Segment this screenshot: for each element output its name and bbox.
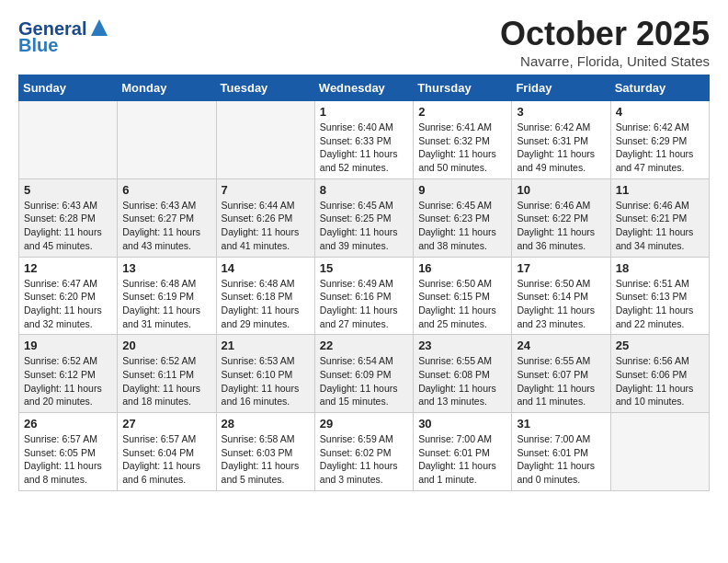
title-block: October 2025 Navarre, Florida, United St… [500, 15, 710, 69]
calendar-cell [118, 101, 216, 179]
calendar-cell: 28Sunrise: 6:58 AM Sunset: 6:03 PM Dayli… [216, 413, 314, 491]
weekday-header: Tuesday [216, 75, 314, 101]
day-number: 10 [517, 183, 605, 197]
day-info: Sunrise: 6:59 AM Sunset: 6:02 PM Dayligh… [320, 432, 408, 487]
day-info: Sunrise: 7:00 AM Sunset: 6:01 PM Dayligh… [418, 432, 506, 487]
month-title: October 2025 [500, 15, 710, 53]
calendar-cell: 10Sunrise: 6:46 AM Sunset: 6:22 PM Dayli… [512, 178, 610, 257]
day-info: Sunrise: 6:44 AM Sunset: 6:26 PM Dayligh… [222, 199, 310, 253]
logo-blue-text: Blue [18, 35, 58, 55]
svg-marker-0 [91, 19, 108, 36]
location: Navarre, Florida, United States [500, 53, 710, 69]
weekday-header: Wednesday [314, 75, 413, 101]
calendar-cell: 14Sunrise: 6:48 AM Sunset: 6:18 PM Dayli… [216, 257, 314, 335]
day-info: Sunrise: 6:54 AM Sunset: 6:09 PM Dayligh… [320, 354, 408, 408]
calendar-cell: 12Sunrise: 6:47 AM Sunset: 6:20 PM Dayli… [19, 257, 118, 335]
day-number: 22 [320, 339, 408, 352]
calendar-cell: 8Sunrise: 6:45 AM Sunset: 6:25 PM Daylig… [314, 178, 413, 257]
day-number: 24 [517, 339, 605, 352]
day-info: Sunrise: 6:46 AM Sunset: 6:22 PM Dayligh… [517, 199, 605, 253]
calendar-cell: 22Sunrise: 6:54 AM Sunset: 6:09 PM Dayli… [314, 335, 413, 413]
calendar-cell [216, 101, 314, 179]
calendar-cell: 29Sunrise: 6:59 AM Sunset: 6:02 PM Dayli… [314, 413, 413, 491]
day-info: Sunrise: 6:49 AM Sunset: 6:16 PM Dayligh… [320, 277, 408, 331]
calendar-cell: 24Sunrise: 6:55 AM Sunset: 6:07 PM Dayli… [512, 335, 610, 413]
day-number: 25 [616, 339, 704, 352]
weekday-header: Friday [512, 75, 610, 101]
day-info: Sunrise: 6:43 AM Sunset: 6:27 PM Dayligh… [122, 199, 210, 253]
day-number: 21 [222, 339, 310, 352]
calendar-week-row: 5Sunrise: 6:43 AM Sunset: 6:28 PM Daylig… [19, 178, 710, 257]
day-info: Sunrise: 6:43 AM Sunset: 6:28 PM Dayligh… [24, 199, 112, 253]
calendar-cell: 25Sunrise: 6:56 AM Sunset: 6:06 PM Dayli… [610, 335, 709, 413]
day-info: Sunrise: 6:57 AM Sunset: 6:04 PM Dayligh… [122, 432, 210, 487]
day-info: Sunrise: 6:48 AM Sunset: 6:19 PM Dayligh… [122, 277, 210, 331]
day-info: Sunrise: 6:53 AM Sunset: 6:10 PM Dayligh… [222, 354, 310, 408]
day-number: 12 [24, 261, 112, 275]
day-number: 28 [222, 417, 310, 431]
day-info: Sunrise: 6:42 AM Sunset: 6:29 PM Dayligh… [616, 121, 704, 175]
day-number: 26 [24, 417, 112, 431]
day-info: Sunrise: 6:55 AM Sunset: 6:08 PM Dayligh… [418, 354, 506, 408]
day-number: 18 [616, 261, 704, 275]
day-info: Sunrise: 6:42 AM Sunset: 6:31 PM Dayligh… [517, 121, 605, 175]
calendar-cell: 18Sunrise: 6:51 AM Sunset: 6:13 PM Dayli… [610, 257, 709, 335]
day-info: Sunrise: 6:40 AM Sunset: 6:33 PM Dayligh… [320, 121, 408, 175]
weekday-header: Sunday [19, 75, 118, 101]
calendar-header-row: SundayMondayTuesdayWednesdayThursdayFrid… [19, 75, 710, 101]
day-info: Sunrise: 6:55 AM Sunset: 6:07 PM Dayligh… [517, 354, 605, 408]
calendar-cell: 3Sunrise: 6:42 AM Sunset: 6:31 PM Daylig… [512, 101, 610, 179]
calendar-cell: 20Sunrise: 6:52 AM Sunset: 6:11 PM Dayli… [118, 335, 216, 413]
calendar-week-row: 1Sunrise: 6:40 AM Sunset: 6:33 PM Daylig… [19, 101, 710, 179]
day-number: 1 [320, 105, 408, 119]
day-number: 4 [616, 105, 704, 119]
day-info: Sunrise: 6:45 AM Sunset: 6:23 PM Dayligh… [418, 199, 506, 253]
calendar-cell: 11Sunrise: 6:46 AM Sunset: 6:21 PM Dayli… [610, 178, 709, 257]
day-number: 6 [122, 183, 210, 197]
calendar-cell: 2Sunrise: 6:41 AM Sunset: 6:32 PM Daylig… [414, 101, 512, 179]
calendar-cell: 17Sunrise: 6:50 AM Sunset: 6:14 PM Dayli… [512, 257, 610, 335]
weekday-header: Thursday [414, 75, 512, 101]
calendar-table: SundayMondayTuesdayWednesdayThursdayFrid… [18, 75, 710, 491]
calendar-cell: 21Sunrise: 6:53 AM Sunset: 6:10 PM Dayli… [216, 335, 314, 413]
day-number: 3 [517, 105, 605, 119]
day-number: 11 [616, 183, 704, 197]
day-info: Sunrise: 6:46 AM Sunset: 6:21 PM Dayligh… [616, 199, 704, 253]
day-info: Sunrise: 6:58 AM Sunset: 6:03 PM Dayligh… [222, 432, 310, 487]
day-info: Sunrise: 7:00 AM Sunset: 6:01 PM Dayligh… [517, 432, 605, 487]
calendar-cell: 23Sunrise: 6:55 AM Sunset: 6:08 PM Dayli… [414, 335, 512, 413]
calendar-cell [610, 413, 709, 491]
calendar-cell: 16Sunrise: 6:50 AM Sunset: 6:15 PM Dayli… [414, 257, 512, 335]
calendar-cell: 15Sunrise: 6:49 AM Sunset: 6:16 PM Dayli… [314, 257, 413, 335]
calendar-cell: 9Sunrise: 6:45 AM Sunset: 6:23 PM Daylig… [414, 178, 512, 257]
day-number: 30 [418, 417, 506, 431]
day-info: Sunrise: 6:57 AM Sunset: 6:05 PM Dayligh… [24, 432, 112, 487]
day-info: Sunrise: 6:45 AM Sunset: 6:25 PM Dayligh… [320, 199, 408, 253]
page-container: General Blue October 2025 Navarre, Flori… [0, 0, 728, 506]
calendar-cell: 19Sunrise: 6:52 AM Sunset: 6:12 PM Dayli… [19, 335, 118, 413]
calendar-cell: 1Sunrise: 6:40 AM Sunset: 6:33 PM Daylig… [314, 101, 413, 179]
day-info: Sunrise: 6:47 AM Sunset: 6:20 PM Dayligh… [24, 277, 112, 331]
calendar-cell: 27Sunrise: 6:57 AM Sunset: 6:04 PM Dayli… [118, 413, 216, 491]
day-info: Sunrise: 6:52 AM Sunset: 6:12 PM Dayligh… [24, 354, 112, 408]
calendar-cell: 6Sunrise: 6:43 AM Sunset: 6:27 PM Daylig… [118, 178, 216, 257]
day-number: 15 [320, 261, 408, 275]
day-number: 7 [222, 183, 310, 197]
logo: General Blue [18, 18, 109, 55]
day-number: 2 [418, 105, 506, 119]
day-number: 8 [320, 183, 408, 197]
calendar-cell: 31Sunrise: 7:00 AM Sunset: 6:01 PM Dayli… [512, 413, 610, 491]
day-info: Sunrise: 6:50 AM Sunset: 6:14 PM Dayligh… [517, 277, 605, 331]
day-number: 20 [122, 339, 210, 352]
day-number: 13 [122, 261, 210, 275]
day-number: 29 [320, 417, 408, 431]
calendar-cell: 30Sunrise: 7:00 AM Sunset: 6:01 PM Dayli… [414, 413, 512, 491]
calendar-week-row: 19Sunrise: 6:52 AM Sunset: 6:12 PM Dayli… [19, 335, 710, 413]
day-number: 5 [24, 183, 112, 197]
calendar-cell: 13Sunrise: 6:48 AM Sunset: 6:19 PM Dayli… [118, 257, 216, 335]
day-info: Sunrise: 6:56 AM Sunset: 6:06 PM Dayligh… [616, 354, 704, 408]
day-info: Sunrise: 6:41 AM Sunset: 6:32 PM Dayligh… [418, 121, 506, 175]
day-number: 9 [418, 183, 506, 197]
day-number: 19 [24, 339, 112, 352]
day-info: Sunrise: 6:52 AM Sunset: 6:11 PM Dayligh… [122, 354, 210, 408]
